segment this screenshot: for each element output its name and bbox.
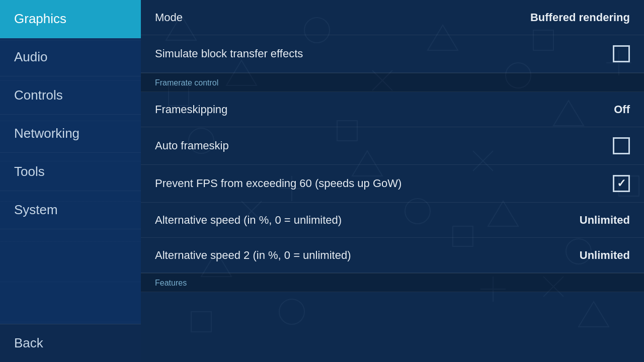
sidebar-item-tools[interactable]: Tools [0, 153, 141, 191]
sidebar-item-controls[interactable]: Controls [0, 76, 141, 115]
alt-speed2-label: Alternative speed 2 (in %, 0 = unlimited… [155, 249, 570, 262]
prevent-fps-row[interactable]: Prevent FPS from exceeding 60 (speeds up… [141, 165, 644, 203]
sidebar-item-system[interactable]: System [0, 191, 141, 229]
simulate-block-checkbox[interactable] [613, 45, 630, 62]
back-button[interactable]: Back [0, 324, 141, 362]
frameskipping-row[interactable]: Frameskipping Off [141, 92, 644, 127]
sidebar: Graphics Audio Controls Networking Tools… [0, 0, 141, 362]
svg-marker-7 [579, 302, 609, 327]
frameskipping-value: Off [614, 103, 630, 116]
sidebar-item-audio[interactable]: Audio [0, 38, 141, 76]
svg-point-13 [279, 299, 304, 324]
sidebar-spacer [0, 229, 141, 324]
prevent-fps-checkbox[interactable] [613, 175, 630, 192]
settings-list: Mode Buffered rendering Simulate block t… [141, 0, 644, 292]
framerate-control-header: Framerate control [141, 73, 644, 92]
frameskipping-label: Frameskipping [155, 103, 604, 116]
features-header: Features [141, 273, 644, 292]
simulate-block-label: Simulate block transfer effects [155, 47, 613, 60]
simulate-block-row[interactable]: Simulate block transfer effects [141, 35, 644, 73]
main-content: Mode Buffered rendering Simulate block t… [141, 0, 644, 362]
mode-label: Mode [155, 11, 520, 24]
auto-frameskip-checkbox[interactable] [613, 137, 630, 154]
alt-speed2-row[interactable]: Alternative speed 2 (in %, 0 = unlimited… [141, 238, 644, 273]
auto-frameskip-row[interactable]: Auto frameskip [141, 127, 644, 165]
alt-speed-value: Unlimited [580, 214, 630, 227]
alt-speed2-value: Unlimited [580, 249, 630, 262]
alt-speed-row[interactable]: Alternative speed (in %, 0 = unlimited) … [141, 203, 644, 238]
sidebar-item-networking[interactable]: Networking [0, 115, 141, 153]
sidebar-item-graphics[interactable]: Graphics [0, 0, 141, 38]
alt-speed-label: Alternative speed (in %, 0 = unlimited) [155, 214, 570, 227]
mode-row[interactable]: Mode Buffered rendering [141, 0, 644, 35]
auto-frameskip-label: Auto frameskip [155, 139, 613, 152]
prevent-fps-label: Prevent FPS from exceeding 60 (speeds up… [155, 177, 613, 190]
mode-value: Buffered rendering [530, 11, 630, 24]
svg-rect-26 [191, 312, 211, 332]
